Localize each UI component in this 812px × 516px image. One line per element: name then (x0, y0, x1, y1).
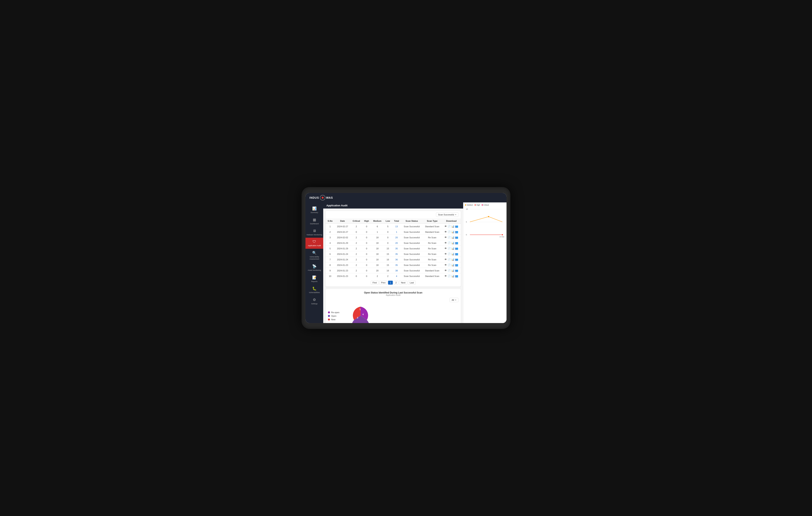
csv-icon[interactable]: 📊 (451, 247, 455, 250)
csv-icon[interactable]: 📊 (451, 258, 455, 261)
download-cell[interactable]: 👁 📄 📊 👥 (442, 274, 461, 279)
org-icon[interactable]: 👥 (455, 253, 458, 255)
scan-filter-dropdown[interactable]: Scan Successful ▾ (436, 212, 458, 217)
view-icon[interactable]: 👁 (444, 258, 447, 261)
cell-8: Re Scan (423, 240, 442, 246)
pdf-icon[interactable]: 📄 (447, 230, 451, 233)
download-cell[interactable]: 👁 📄 📊 👥 (442, 268, 461, 274)
line-chart-svg: 10 5 0 14-Mar (465, 207, 504, 238)
pagination-first[interactable]: First (371, 281, 378, 285)
pdf-icon[interactable]: 📄 (447, 258, 451, 261)
download-cell[interactable]: 👁 📄 📊 👥 (442, 229, 461, 235)
view-icon[interactable]: 👁 (444, 236, 447, 239)
pdf-icon[interactable]: 📄 (447, 241, 451, 245)
download-cell[interactable]: 👁 📄 📊 👥 (442, 224, 461, 229)
download-cell[interactable]: 👁 📄 📊 👥 (442, 240, 461, 246)
pagination-page-2[interactable]: 2 (394, 281, 398, 285)
page-title: Application Audit (323, 202, 463, 208)
download-cell[interactable]: 👁 📄 📊 👥 (442, 246, 461, 251)
svg-text:1: 1 (359, 308, 361, 310)
sidebar-item-settings[interactable]: ⚙ Settings (306, 296, 323, 307)
pdf-icon[interactable]: 📄 (447, 269, 451, 272)
pdf-icon[interactable]: 📄 (447, 247, 451, 250)
csv-icon[interactable]: 📊 (451, 225, 455, 228)
download-cell[interactable]: 👁 📄 📊 👥 (442, 257, 461, 262)
sidebar-item-malware-monitoring[interactable]: 🖥 Malware Monitoring (306, 227, 323, 238)
total-cell[interactable]: 35 (392, 262, 401, 268)
org-icon[interactable]: 👥 (455, 241, 458, 245)
pagination-last[interactable]: Last (408, 281, 416, 285)
pagination-prev[interactable]: Prev (379, 281, 387, 285)
total-cell[interactable]: 35 (392, 246, 401, 251)
csv-icon[interactable]: 📊 (451, 253, 455, 255)
cell-7: Scan Successful (401, 235, 423, 240)
cell-3: 0 (362, 224, 371, 229)
csv-icon[interactable]: 📊 (451, 263, 455, 266)
line-dot-critical (482, 204, 483, 206)
total-cell[interactable]: 20 (392, 240, 401, 246)
total-cell[interactable]: 1 (392, 229, 401, 235)
sidebar-item-reports[interactable]: 📝 Reports (306, 274, 323, 285)
audit-table: S.NoDateCriticalHighMediumLowTotalScan S… (326, 219, 461, 279)
cell-4: 18 (371, 235, 384, 240)
total-cell[interactable]: 36 (392, 257, 401, 262)
sidebar-item-dashboard[interactable]: ▦ Dashboard (306, 216, 323, 227)
sidebar-item-summary[interactable]: 📊 Summary (306, 204, 323, 216)
view-icon[interactable]: 👁 (444, 253, 447, 255)
table-row: 32024-02-022018020Scan SuccessfulRe Scan… (326, 235, 461, 240)
org-icon[interactable]: 👥 (455, 247, 458, 250)
sidebar-item-vulnerability-assessment[interactable]: 🔍 Vulnerability Assessment (306, 249, 323, 262)
org-icon[interactable]: 👥 (455, 230, 458, 233)
line-legend-high: High (474, 204, 480, 206)
view-icon[interactable]: 👁 (444, 247, 447, 250)
total-cell[interactable]: 13 (392, 224, 401, 229)
download-cell[interactable]: 👁 📄 📊 👥 (442, 251, 461, 257)
status-filter-dropdown[interactable]: All ▾ (450, 298, 458, 302)
csv-icon[interactable]: 📊 (451, 236, 455, 239)
legend-label-new: New (331, 318, 336, 321)
pagination-page-1[interactable]: 1 (388, 281, 393, 285)
csv-icon[interactable]: 📊 (451, 241, 455, 245)
org-icon[interactable]: 👥 (455, 236, 458, 239)
cell-2: 0 (350, 274, 362, 279)
view-icon[interactable]: 👁 (444, 225, 447, 228)
pdf-icon[interactable]: 📄 (447, 236, 451, 239)
csv-icon[interactable]: 📊 (451, 275, 455, 278)
cell-0: 5 (326, 246, 335, 251)
org-icon[interactable]: 👥 (455, 263, 458, 266)
sidebar-item-vulnerabilities[interactable]: 🐛 Vulnerabilities (306, 284, 323, 296)
sidebar-item-application-audit[interactable]: 🛡 Application Audit (306, 238, 323, 249)
total-cell[interactable]: 35 (392, 251, 401, 257)
pdf-icon[interactable]: 📄 (447, 225, 451, 228)
sidebar-item-asset-monitoring[interactable]: 📡 Asset Monitoring (306, 262, 323, 274)
total-cell[interactable]: 20 (392, 235, 401, 240)
csv-icon[interactable]: 📊 (451, 269, 455, 272)
total-cell[interactable]: 4 (392, 274, 401, 279)
org-icon[interactable]: 👥 (455, 225, 458, 228)
org-icon[interactable]: 👥 (455, 269, 458, 272)
view-icon[interactable]: 👁 (444, 269, 447, 272)
view-icon[interactable]: 👁 (444, 230, 447, 233)
org-icon[interactable]: 👥 (455, 258, 458, 261)
download-cell[interactable]: 👁 📄 📊 👥 (442, 262, 461, 268)
view-icon[interactable]: 👁 (444, 275, 447, 278)
pdf-icon[interactable]: 📄 (447, 275, 451, 278)
download-cell[interactable]: 👁 📄 📊 👥 (442, 235, 461, 240)
org-icon[interactable]: 👥 (455, 275, 458, 278)
col-s.no: S.No (326, 219, 335, 224)
cell-1: 2024-02-27 (335, 229, 350, 235)
pagination-next[interactable]: Next (399, 281, 407, 285)
view-icon[interactable]: 👁 (444, 263, 447, 266)
cell-3: 0 (362, 240, 371, 246)
logo: INDUS WAS (310, 195, 333, 200)
cell-3: 0 (362, 251, 371, 257)
col-total: Total (392, 219, 401, 224)
cell-3: 0 (362, 235, 371, 240)
csv-icon[interactable]: 📊 (451, 230, 455, 233)
cell-4: 18 (371, 257, 384, 262)
pdf-icon[interactable]: 📄 (447, 263, 451, 266)
total-cell[interactable]: 38 (392, 268, 401, 274)
view-icon[interactable]: 👁 (444, 241, 447, 245)
table-row: 22024-02-2700101Scan SuccessfulStandard … (326, 229, 461, 235)
pdf-icon[interactable]: 📄 (447, 253, 451, 255)
